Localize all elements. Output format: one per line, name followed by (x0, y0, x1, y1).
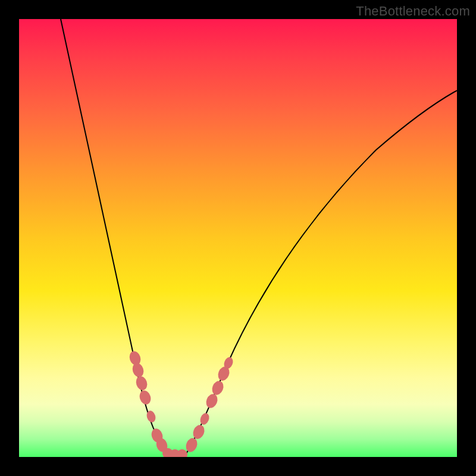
bead-left-4 (138, 389, 153, 406)
plot-area (19, 19, 457, 457)
right-branch-curve (186, 90, 457, 455)
bead-bottom-3 (177, 449, 187, 457)
curve-layer (19, 19, 457, 457)
bead-left-2 (131, 362, 146, 378)
bead-right-1 (184, 437, 199, 454)
watermark-text: TheBottleneck.com (356, 4, 470, 19)
bead-right-5 (210, 380, 226, 397)
bead-right-2 (191, 424, 206, 441)
left-branch-curve (61, 19, 169, 455)
chart-frame: TheBottleneck.com (0, 0, 476, 476)
bead-left-3 (134, 375, 149, 392)
bead-right-3 (199, 412, 211, 426)
bead-right-4 (204, 393, 220, 410)
